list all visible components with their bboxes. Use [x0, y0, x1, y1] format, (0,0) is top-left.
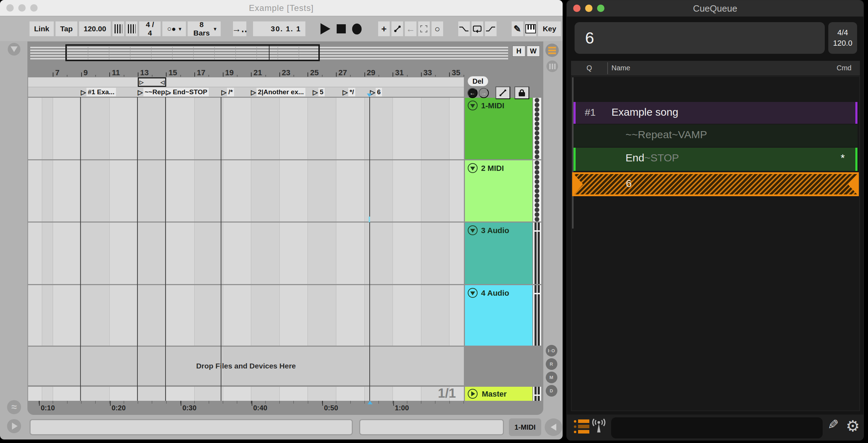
locator-flag[interactable]: ▷*/	[343, 88, 355, 97]
mixer-view-toggle-button[interactable]	[546, 60, 558, 72]
cue-row-song[interactable]: #1 Example song	[574, 102, 857, 124]
track-fold-button[interactable]	[468, 225, 478, 235]
session-record-link-button[interactable]	[391, 21, 403, 36]
metronome-button[interactable]: ○ ● ▾	[162, 21, 186, 36]
locator-flag-icon[interactable]: ▷	[343, 88, 348, 96]
play-button[interactable]	[320, 23, 330, 34]
arrangement-overview[interactable]	[30, 45, 508, 60]
zoom-height-button[interactable]: H	[512, 46, 525, 57]
bar-ruler[interactable]: 7911131517192123252729313335	[28, 67, 464, 77]
track-lane-4[interactable]	[28, 285, 464, 346]
locator-flag-icon[interactable]: ▷	[221, 88, 227, 96]
cue-row-end[interactable]: End~STOP *	[574, 148, 857, 171]
locator-flag-icon[interactable]: ▷	[251, 88, 256, 96]
key-map-button[interactable]: Key	[538, 21, 561, 36]
cue-row-current[interactable]: 6	[572, 172, 859, 196]
follow-button[interactable]: →‥	[233, 21, 246, 36]
groove-pool-button[interactable]: ≈	[7, 400, 21, 414]
loop-brace[interactable]: ▷ ◁	[138, 77, 166, 87]
drop-zone[interactable]: Drop Files and Devices Here	[28, 347, 464, 385]
command-input[interactable]	[611, 417, 823, 438]
track-name[interactable]: 3 Audio	[481, 225, 509, 235]
overview-view-rectangle[interactable]	[65, 44, 320, 61]
master-lane[interactable]	[28, 387, 464, 401]
cue-list-mode-button[interactable]	[574, 419, 591, 435]
delete-locator-button[interactable]: Del	[467, 76, 488, 86]
locator-flag[interactable]: ▷6	[370, 88, 382, 97]
track-header-1-midi[interactable]: 1-MIDI	[465, 98, 532, 159]
live-titlebar[interactable]: Example [Tests]	[0, 0, 563, 16]
locator-flag-icon[interactable]: ▷	[313, 88, 318, 96]
draw-selection-button[interactable]	[418, 21, 430, 36]
browser-toggle-button[interactable]	[8, 43, 20, 56]
arrangement-view-toggle-button[interactable]	[545, 44, 559, 57]
scrub-area[interactable]: ▷ ◁	[28, 77, 464, 87]
master-track-header[interactable]: Master	[465, 387, 532, 401]
locator-label[interactable]: 5	[318, 88, 325, 96]
locator-label[interactable]: End~STOP	[171, 88, 209, 96]
new-midi-overdub-button[interactable]: +	[378, 21, 390, 36]
tap-tempo-button[interactable]: Tap	[56, 21, 77, 36]
locator-flag[interactable]: ▷/*	[221, 88, 234, 97]
loop-switch-circle-button[interactable]: ○	[432, 21, 443, 36]
nudge-up-button[interactable]	[126, 21, 137, 36]
locator-label[interactable]: 6	[376, 88, 382, 96]
tempo-time-sig-display[interactable]: 4/4 120.0	[828, 22, 857, 54]
punch-out-button[interactable]	[485, 21, 497, 36]
loop-button[interactable]	[472, 21, 483, 36]
lock-envelopes-button[interactable]	[514, 86, 529, 99]
locator-label[interactable]: #1 Exa...	[86, 88, 116, 96]
track-fold-button[interactable]	[468, 163, 478, 173]
track-lane-1[interactable]	[28, 98, 464, 159]
selected-track-indicator[interactable]: 1-MIDI	[509, 418, 541, 436]
track-name[interactable]: 2 MIDI	[481, 163, 504, 173]
locator-label[interactable]: 2|Another ex...	[257, 88, 305, 96]
loop-end-icon[interactable]: ◁	[160, 79, 164, 85]
cue-row-repeat[interactable]: ~~Repeat~VAMP	[574, 124, 857, 147]
zoom-width-button[interactable]: W	[527, 46, 540, 57]
next-locator-button[interactable]: →	[479, 88, 489, 98]
locator-flag-icon[interactable]: ▷	[81, 88, 86, 96]
loop-start-icon[interactable]: ▷	[140, 79, 144, 85]
locator-label[interactable]: */	[348, 88, 356, 96]
locator-label[interactable]: /*	[227, 88, 234, 96]
io-section-toggle[interactable]: I·O	[546, 345, 557, 357]
locator-row[interactable]: ▷#1 Exa...▷~~Rep...▷End~STOP▷/*▷2|Anothe…	[28, 87, 464, 97]
line-tool-button[interactable]	[495, 86, 510, 99]
locator-flag-icon[interactable]: ▷	[138, 88, 143, 96]
mixer-section-toggle[interactable]: M	[546, 372, 557, 383]
cue-list[interactable]: #1 Example song ~~Repeat~VAMP End~STOP *…	[571, 76, 860, 411]
returns-section-toggle[interactable]: R	[546, 358, 557, 370]
punch-in-button[interactable]	[458, 21, 470, 36]
track-name[interactable]: 1-MIDI	[481, 101, 504, 110]
track-lane-2[interactable]	[28, 160, 464, 222]
locator-flag[interactable]: ▷End~STOP	[166, 88, 209, 97]
detail-view-toggle-button[interactable]	[545, 418, 562, 436]
edit-pencil-button[interactable]: ✎	[825, 417, 841, 433]
locator-flag[interactable]: ▷#1 Exa...	[81, 88, 116, 97]
delay-section-toggle[interactable]: D	[546, 385, 557, 397]
locator-flag-icon[interactable]: ▷	[166, 88, 171, 96]
current-cue-display[interactable]: 6	[575, 22, 825, 54]
track-name[interactable]: 4 Audio	[481, 288, 509, 298]
link-button[interactable]: Link	[30, 21, 54, 36]
tempo-field[interactable]: 120.00	[79, 21, 111, 36]
settings-gear-button[interactable]: ⚙	[844, 417, 862, 435]
nudge-down-button[interactable]	[112, 21, 124, 36]
previous-locator-button[interactable]: ←	[467, 88, 478, 98]
locator-flag[interactable]: ▷5	[313, 88, 325, 97]
arrangement-position-display[interactable]: 30. 1. 1	[253, 21, 305, 36]
track-fold-button[interactable]	[468, 101, 478, 110]
insert-marker-top-icon[interactable]	[367, 94, 372, 97]
back-to-arrangement-button[interactable]: ←	[405, 21, 416, 36]
master-play-icon[interactable]	[468, 389, 478, 399]
master-name[interactable]: Master	[482, 389, 507, 399]
track-header-4-audio[interactable]: 4 Audio	[465, 285, 532, 346]
stop-button[interactable]	[337, 24, 346, 33]
track-lane-3[interactable]	[28, 223, 464, 284]
computer-midi-keyboard-button[interactable]	[525, 21, 537, 36]
time-ruler[interactable]: 0:100:200:300:400:501:00	[28, 401, 464, 415]
record-button[interactable]	[352, 24, 362, 34]
broadcast-icon[interactable]	[592, 418, 605, 435]
quantize-menu-button[interactable]: 8 Bars ▾	[188, 21, 221, 36]
